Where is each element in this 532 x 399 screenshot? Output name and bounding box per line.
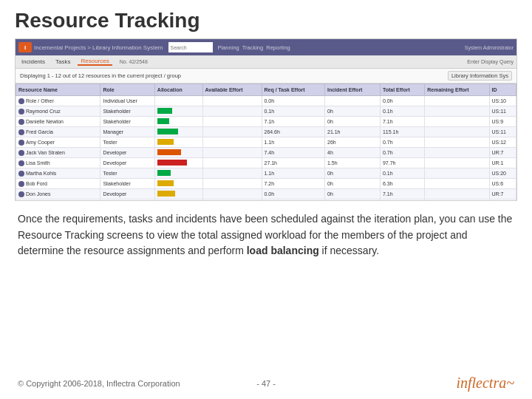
- cell-remaining-effort: [425, 127, 489, 137]
- cell-allocation: [154, 168, 202, 179]
- table-row: Martha KohlsTester1.1h0h0.1hUS:20: [16, 168, 516, 179]
- cell-id: UR:7: [489, 189, 516, 200]
- cell-allocation: [154, 158, 202, 168]
- cell-role: Stakeholder: [100, 106, 154, 117]
- cell-remaining-effort: [425, 148, 489, 158]
- col-incident-effort: Incident Effort: [325, 84, 381, 96]
- cell-total-effort: 0.0h: [380, 96, 424, 106]
- resource-table: Resource Name Role Allocation Available …: [16, 83, 516, 200]
- footer-logo: inflectra~: [456, 375, 514, 392]
- cell-req-task-effort: 0.0h: [262, 200, 325, 201]
- cell-id: UR:7: [489, 148, 516, 158]
- table-header-row: Resource Name Role Allocation Available …: [16, 84, 516, 96]
- cell-remaining-effort: [425, 179, 489, 189]
- cell-available-effort: [202, 179, 262, 189]
- nav-breadcrumb: Incemental Projects > Library Informatio…: [34, 44, 163, 51]
- table-row: Don JonesDeveloper0.0h0h7.1hUR:7: [16, 189, 516, 200]
- table-row: Fred GarciaManager264.6h21.1h115.1hUS:11: [16, 127, 516, 137]
- cell-remaining-effort: [425, 168, 489, 179]
- sub-nav-incidents[interactable]: Incidents: [18, 58, 48, 65]
- screenshot-area: I Incemental Projects > Library Informat…: [15, 38, 517, 201]
- cell-incident-effort: 0h: [325, 106, 381, 117]
- cell-incident-effort: [325, 96, 381, 106]
- library-badge: Library Information Sys: [448, 71, 512, 81]
- cell-total-effort: 0.1h: [380, 106, 424, 117]
- footer: © Copyright 2006-2018, Inflectra Corpora…: [0, 375, 532, 392]
- table-row: Raymond CruzStakeholder0.1h0h0.1hUS:11: [16, 106, 516, 117]
- description-area: Once the requirements, tasks and inciden…: [0, 201, 532, 267]
- cell-req-task-effort: 1.1h: [262, 137, 325, 148]
- cell-resource-name: Martha Kohls: [16, 168, 100, 179]
- cell-incident-effort: 0h: [325, 200, 381, 201]
- page-title: Resource Tracking: [0, 0, 532, 38]
- cell-available-effort: [202, 189, 262, 200]
- nav-menu: Planning Tracking Reporting: [218, 44, 290, 51]
- cell-resource-name: Amy Cooper: [16, 137, 100, 148]
- cell-available-effort: [202, 96, 262, 106]
- cell-role: Tester: [100, 168, 154, 179]
- cell-allocation: [154, 179, 202, 189]
- cell-available-effort: [202, 148, 262, 158]
- cell-role: Developer: [100, 148, 154, 158]
- cell-allocation: [154, 117, 202, 127]
- cell-req-task-effort: 7.4h: [262, 148, 325, 158]
- cell-resource-name: Raymond Cruz: [16, 106, 100, 117]
- cell-total-effort: 115.1h: [380, 127, 424, 137]
- cell-role: Stakeholder: [100, 179, 154, 189]
- cell-req-task-effort: 0.1h: [262, 106, 325, 117]
- cell-total-effort: 7.1h: [380, 117, 424, 127]
- cell-remaining-effort: [425, 200, 489, 201]
- footer-copyright: © Copyright 2006-2018, Inflectra Corpora…: [18, 379, 180, 388]
- cell-id: UR:1: [489, 158, 516, 168]
- filter-bar: Displaying 1 - 12 out of 12 resources in…: [16, 69, 516, 83]
- cell-allocation: [154, 148, 202, 158]
- cell-total-effort: 0.1h: [380, 168, 424, 179]
- cell-incident-effort: 0h: [325, 189, 381, 200]
- cell-incident-effort: 0h: [325, 179, 381, 189]
- cell-available-effort: [202, 168, 262, 179]
- cell-remaining-effort: [425, 189, 489, 200]
- cell-role: Developer: [100, 158, 154, 168]
- col-remaining-effort: Remaining Effort: [425, 84, 489, 96]
- nav-reporting[interactable]: Reporting: [266, 44, 290, 51]
- nav-planning[interactable]: Planning: [218, 44, 239, 51]
- cell-role: Tester: [100, 137, 154, 148]
- nav-search-input[interactable]: [168, 42, 213, 52]
- cell-total-effort: 6.3h: [380, 179, 424, 189]
- cell-incident-effort: 0h: [325, 117, 381, 127]
- cell-resource-name: Danielle Newton: [16, 117, 100, 127]
- col-total-effort: Total Effort: [380, 84, 424, 96]
- cell-available-effort: [202, 200, 262, 201]
- cell-req-task-effort: 7.2h: [262, 179, 325, 189]
- table-row: Bob FordStakeholder7.2h0h6.3hUS:6: [16, 179, 516, 189]
- cell-id: US:10: [489, 96, 516, 106]
- table-row: Role / OtherIndividual User0.0h0.0hUS:10: [16, 96, 516, 106]
- table-row: Lisa SmithDeveloper27.1h1.5h97.7hUR:1: [16, 158, 516, 168]
- cell-total-effort: 0.7h: [380, 148, 424, 158]
- cell-available-effort: [202, 137, 262, 148]
- filter-text: Displaying 1 - 12 out of 12 resources in…: [20, 72, 181, 79]
- sub-nav-tasks[interactable]: Tasks: [52, 58, 73, 65]
- table-row: Roy SmithTester0.0h0h0.0hUS:7: [16, 200, 516, 201]
- nav-tracking[interactable]: Tracking: [242, 44, 263, 51]
- cell-remaining-effort: [425, 158, 489, 168]
- footer-page: - 47 -: [256, 379, 276, 388]
- cell-total-effort: 0.0h: [380, 200, 424, 201]
- sub-nav-resources[interactable]: Resources: [78, 58, 112, 66]
- cell-req-task-effort: 1.1h: [262, 168, 325, 179]
- cell-incident-effort: 4h: [325, 148, 381, 158]
- table-row: Jack Van StratenDeveloper7.4h4h0.7hUR:7: [16, 148, 516, 158]
- cell-id: US:12: [489, 137, 516, 148]
- cell-incident-effort: 21.1h: [325, 127, 381, 137]
- description-text: Once the requirements, tasks and inciden…: [18, 211, 514, 259]
- cell-allocation: [154, 137, 202, 148]
- cell-available-effort: [202, 106, 262, 117]
- cell-id: US:9: [489, 117, 516, 127]
- col-available-effort: Available Effort: [202, 84, 262, 96]
- sub-nav-date: No. 42/2548: [120, 59, 148, 64]
- sub-nav: Incidents Tasks Resources No. 42/2548 En…: [16, 55, 516, 69]
- cell-allocation: [154, 200, 202, 201]
- cell-available-effort: [202, 117, 262, 127]
- cell-remaining-effort: [425, 117, 489, 127]
- cell-role: Tester: [100, 200, 154, 201]
